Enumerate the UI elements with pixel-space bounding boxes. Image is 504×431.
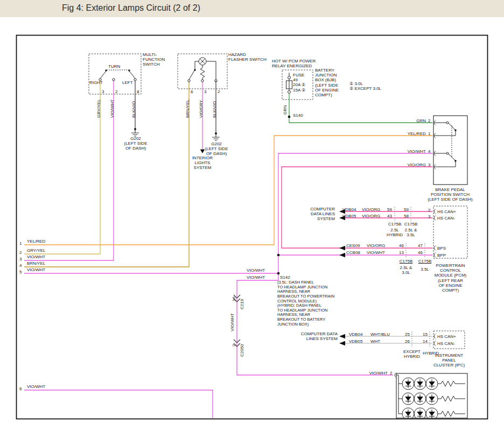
brake-pedal-switch-label: BRAKE PEDAL POSITION SWITCH (LEFT SIDE O… — [425, 187, 475, 202]
diagram-border — [17, 36, 488, 419]
wire-label-gry-yel: GRY/YEL — [96, 99, 101, 118]
pin-number: 47 — [415, 243, 423, 248]
computer-data-lines-label: COMPUTER DATA LINES SYSTEM — [293, 331, 338, 341]
variant-label: 2.5L & 3.0L — [395, 265, 417, 275]
wire-label-yel-red: YEL/RED — [27, 239, 45, 244]
engine-variant-legend: ① 3.0L ② EXCEPT 3.0L — [349, 81, 381, 91]
pin-number: 14 — [420, 339, 428, 344]
wire-label-vio-org: VIO/ORG — [362, 207, 380, 212]
edge-pin-number: 4 — [19, 263, 22, 268]
pin-number: 2 — [115, 89, 117, 94]
circuit-vdb04: VDB04 — [342, 207, 356, 212]
pin-number: 2 — [428, 208, 430, 213]
pcm-pin-bps: BPS — [437, 246, 446, 251]
pin-number: 2 — [232, 344, 236, 347]
connector-c219-label: C219 — [240, 299, 244, 309]
pin-number: 43 — [384, 214, 392, 218]
wire-label-blk-vio: BLK/VIO — [131, 101, 136, 118]
wire-label-wht-blu: WHT/BLU — [370, 332, 390, 337]
wire-label-vio-wht: VIO/WHT — [355, 371, 388, 376]
edge-pin-number: 3 — [19, 257, 22, 262]
pin-number: 3 — [428, 162, 430, 167]
wire-label-wht: WHT — [370, 339, 380, 344]
connector-c175b-label: C175B — [403, 222, 419, 227]
turn-label: TURN — [108, 64, 120, 69]
pin-number: 3 — [102, 89, 104, 94]
bjb-label: BATTERY JUNCTION BOX (BJB) (LEFT SIDE OF… — [315, 68, 339, 97]
wire-label-vio-wht: VIO/WHT — [367, 250, 385, 255]
variant-label: 2.5L & 3.5L — [400, 228, 422, 237]
ipc-pin-hs-can-plus: HS CAN+ — [437, 334, 456, 339]
pcm-pin-bpp: BPP — [437, 253, 446, 258]
ipc-pin-hs-can-minus: HS CAN- — [437, 341, 455, 346]
wire-label-vio-org: VIO/ORG — [367, 243, 385, 248]
pivot-dot — [454, 160, 456, 161]
wire-label-vio-wht: VIO/WHT — [27, 255, 45, 259]
wire-label-vio-wht: VIO/WHT — [247, 268, 265, 273]
wire-label-vio-wht: VIO/WHT — [27, 384, 45, 389]
wire-label-vio-wht: VIO/WHT — [27, 267, 45, 272]
splice-s142-label: S142 — [280, 275, 290, 280]
circuit-vdb05: VDB05 — [342, 214, 356, 218]
wire-label-vio-org: VIO/ORG — [362, 214, 380, 218]
pin-number: 15 — [420, 332, 428, 337]
left-label: LEFT — [122, 80, 133, 85]
computer-data-lines-label: COMPUTER DATA LINES SYSTEM — [297, 207, 335, 222]
pin-number: 6 — [191, 89, 193, 94]
wiring-diagram-page: Fig 4: Exterior Lamps Circuit (2 of 2) — [0, 0, 504, 431]
right-label: RIGHT — [89, 80, 103, 85]
edge-pin-number: 6 — [19, 386, 22, 391]
ipc-label: INSTRUMENT PANEL CLUSTER (IPC) — [428, 353, 471, 368]
circuit-ccb08: CCB08 — [346, 250, 360, 255]
pin-number: 3 — [428, 214, 430, 219]
wire-label-vio-gry: VIO/GRY — [199, 100, 204, 118]
wire-label-vio-org: VIO/ORG — [394, 162, 426, 167]
pin-number: 4 — [428, 149, 430, 154]
pin-number: 46 — [396, 243, 404, 248]
connector-c2050-label: C2050 — [240, 344, 244, 357]
pcm-pin-hs-can-plus: HS CAN+ — [437, 209, 456, 214]
wire-label-grn: GRN — [394, 118, 426, 123]
pin-number: 8 — [137, 89, 139, 94]
wire-label-vio-wht: VIO/WHT — [110, 100, 115, 118]
pivot-dot — [128, 69, 130, 71]
splice-s140-dot — [288, 116, 291, 118]
pin-number: 16 — [232, 296, 236, 301]
splice-s142-dot — [277, 272, 280, 275]
pin-number: 3 — [204, 89, 206, 94]
edge-pin-number: 1 — [19, 241, 22, 246]
pin-number: 25 — [402, 332, 410, 337]
wire-label-blk-vio: BLK/VIO — [212, 101, 217, 118]
pin-number: 26 — [402, 339, 410, 344]
wire-label-vio-wht: VIO/WHT — [394, 149, 426, 154]
connector-c175b-label: C175B — [387, 222, 403, 227]
interior-lights-system-label: INTERIOR LIGHTS SYSTEM — [188, 156, 216, 171]
connector-c175b-label: C175B — [398, 259, 414, 264]
pcm-label: POWERTRAIN CONTROL MODULE (PCM) (LEFT RE… — [428, 263, 473, 293]
pivot-dot — [105, 69, 107, 71]
circuit-ces09: CES09 — [346, 243, 360, 248]
multifunction-switch-label: MULTI- FUNCTION SWITCH — [143, 52, 165, 67]
variant-label: EXCEPT HYBRID — [401, 349, 423, 359]
hot-feed-note: HOT W/ PCM POWER RELAY ENERGIZED — [272, 59, 316, 68]
wire-label-yel-red: YEL/RED — [394, 131, 426, 136]
pin-number: 13 — [396, 250, 404, 255]
wire-label-brn-yel: BRN/YEL — [27, 261, 45, 266]
pin-number: 59 — [401, 207, 409, 212]
wire-label-gry-yel: GRY/YEL — [27, 248, 46, 253]
wire-label-vio-wht: VIO/WHT — [230, 313, 235, 331]
junction-dot — [277, 254, 280, 257]
ground-g202-label: G202 (LEFT SIDE OF DASH) — [122, 136, 150, 151]
pin-number: 46 — [415, 250, 423, 255]
pivot-dot — [454, 129, 456, 131]
wire-label-grn: GRN — [283, 105, 288, 115]
pin-number: 2 — [390, 371, 392, 376]
pivot-dot — [194, 69, 195, 70]
circuit-vdb04: VDB04 — [349, 332, 362, 337]
pin-number: 59 — [384, 207, 392, 212]
pin-number: 2 — [218, 89, 220, 94]
wire-label-vio-wht: VIO/WHT — [247, 275, 265, 280]
pcm-pin-hs-can-minus: HS CAN- — [437, 216, 455, 221]
wire-label-brn-yel: BRN/YEL — [185, 100, 190, 118]
splice-s140-label: S140 — [293, 113, 303, 118]
